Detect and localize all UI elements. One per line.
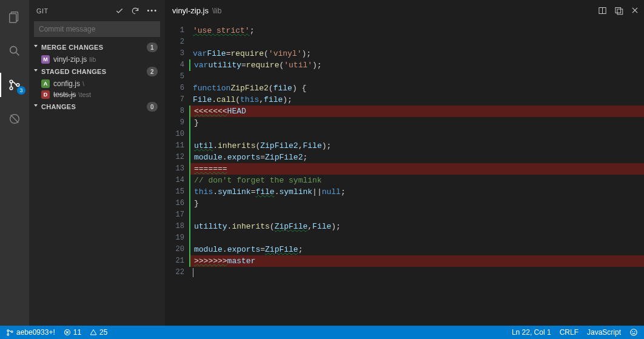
debug-icon[interactable] <box>0 107 29 131</box>
overflow-icon[interactable] <box>614 6 623 15</box>
explorer-icon[interactable] <box>0 5 29 29</box>
feedback-icon[interactable] <box>629 328 638 337</box>
svg-rect-1 <box>10 14 16 23</box>
more-icon[interactable]: ••• <box>147 7 158 15</box>
svg-line-3 <box>16 53 19 56</box>
code-line[interactable]: 2 <box>165 36 644 48</box>
editor-tabs: vinyl-zip.js \lib <box>165 0 644 21</box>
code-line[interactable]: 22 <box>165 267 644 278</box>
svg-rect-12 <box>617 9 623 15</box>
cursor-position[interactable]: Ln 22, Col 1 <box>512 328 551 337</box>
code-line[interactable]: 12module.exports = ZipFile2; <box>165 152 644 163</box>
code-line[interactable]: 6function ZipFile2(file) { <box>165 82 644 94</box>
code-line[interactable]: 18utility.inherits(ZipFile, File); <box>165 221 644 232</box>
code-line[interactable]: 4var utility = require('util'); <box>165 59 644 71</box>
line-number: 10 <box>165 129 189 140</box>
changes-section[interactable]: CHANGES 0 <box>29 100 165 113</box>
line-number: 8 <box>165 106 189 117</box>
split-editor-icon[interactable] <box>598 6 607 15</box>
refresh-icon[interactable] <box>131 7 139 15</box>
line-number: 11 <box>165 140 189 152</box>
svg-point-5 <box>10 87 13 90</box>
scm-sidebar: GIT ••• MERGE CHANGES 1 Mvinyl-zip.jslib… <box>29 0 165 326</box>
scm-icon[interactable]: 3 <box>0 73 29 97</box>
line-content: } <box>189 117 644 129</box>
line-content: module.exports = ZipFile; <box>189 244 644 255</box>
svg-point-16 <box>7 334 9 335</box>
line-number: 14 <box>165 175 189 186</box>
search-icon[interactable] <box>0 39 29 63</box>
line-content: module.exports = ZipFile2; <box>189 152 644 163</box>
commit-icon[interactable] <box>115 7 124 15</box>
file-name: vinyl-zip.js <box>53 55 87 64</box>
merge-changes-section[interactable]: MERGE CHANGES 1 <box>29 41 165 54</box>
file-row[interactable]: Dtests.js\test <box>29 89 165 100</box>
git-branch-status[interactable]: aebe0933+! <box>6 328 55 337</box>
warnings-status[interactable]: 25 <box>90 328 107 337</box>
file-status-badge: M <box>41 55 50 64</box>
scm-badge: 3 <box>17 86 25 95</box>
line-number: 20 <box>165 244 189 255</box>
code-line[interactable]: 13======= <box>165 163 644 175</box>
code-line[interactable]: 19 <box>165 232 644 244</box>
code-line[interactable]: 5 <box>165 71 644 82</box>
commit-message-input[interactable] <box>34 21 160 37</box>
code-line[interactable]: 16} <box>165 198 644 209</box>
code-editor[interactable]: 1'use strict';23var File = require('viny… <box>165 21 644 326</box>
line-number: 3 <box>165 48 189 59</box>
line-number: 16 <box>165 198 189 209</box>
tab-subpath: \lib <box>212 7 221 15</box>
editor-area: vinyl-zip.js \lib 1'use strict';23var Fi… <box>165 0 644 326</box>
close-icon[interactable] <box>631 6 639 15</box>
line-number: 2 <box>165 36 189 48</box>
line-content: >>>>>>> master <box>189 255 644 267</box>
line-content: function ZipFile2(file) { <box>189 82 644 94</box>
file-row[interactable]: Mvinyl-zip.jslib <box>29 54 165 65</box>
line-number: 1 <box>165 25 189 36</box>
code-line[interactable]: 8<<<<<<< HEAD <box>165 106 644 117</box>
line-content <box>189 71 644 82</box>
code-line[interactable]: 17 <box>165 209 644 221</box>
code-line[interactable]: 11util.inherits(ZipFile2, File); <box>165 140 644 152</box>
line-content: <<<<<<< HEAD <box>189 106 644 117</box>
code-line[interactable]: 15 this.symlink = file.symlink || null; <box>165 186 644 198</box>
line-content: util.inherits(ZipFile2, File); <box>189 140 644 152</box>
code-line[interactable]: 14 // don't forget the symlink <box>165 175 644 186</box>
svg-point-6 <box>16 84 19 87</box>
tab-filename[interactable]: vinyl-zip.js <box>172 6 209 15</box>
code-line[interactable]: 1'use strict'; <box>165 25 644 36</box>
code-line[interactable]: 3var File = require('vinyl'); <box>165 48 644 59</box>
line-number: 17 <box>165 209 189 221</box>
code-line[interactable]: 20module.exports = ZipFile; <box>165 244 644 255</box>
eol-status[interactable]: CRLF <box>560 328 579 337</box>
line-content: ======= <box>189 163 644 175</box>
language-status[interactable]: JavaScript <box>587 328 621 337</box>
line-number: 12 <box>165 152 189 163</box>
line-number: 15 <box>165 186 189 198</box>
line-content: var File = require('vinyl'); <box>189 48 644 59</box>
file-subpath: lib <box>89 56 96 63</box>
sidebar-title: GIT <box>36 7 115 15</box>
file-row[interactable]: Aconfig.js\ <box>29 78 165 89</box>
file-status-badge: A <box>41 79 50 88</box>
svg-point-17 <box>11 331 13 332</box>
svg-point-23 <box>634 332 635 332</box>
code-line[interactable]: 21>>>>>>> master <box>165 255 644 267</box>
code-line[interactable]: 10 <box>165 129 644 140</box>
svg-point-21 <box>631 329 637 336</box>
svg-line-8 <box>11 115 19 123</box>
line-number: 13 <box>165 163 189 175</box>
line-content: utility.inherits(ZipFile, File); <box>189 221 644 232</box>
staged-changes-section[interactable]: STAGED CHANGES 2 <box>29 65 165 78</box>
line-number: 18 <box>165 221 189 232</box>
code-line[interactable]: 7 File.call(this, file); <box>165 94 644 106</box>
line-content <box>189 232 644 244</box>
line-content: File.call(this, file); <box>189 94 644 106</box>
code-line[interactable]: 9} <box>165 117 644 129</box>
staged-count: 2 <box>147 67 158 76</box>
errors-status[interactable]: 11 <box>64 328 81 337</box>
svg-rect-11 <box>615 8 621 13</box>
line-number: 9 <box>165 117 189 129</box>
changes-count: 0 <box>147 102 158 112</box>
line-content: this.symlink = file.symlink || null; <box>189 186 644 198</box>
